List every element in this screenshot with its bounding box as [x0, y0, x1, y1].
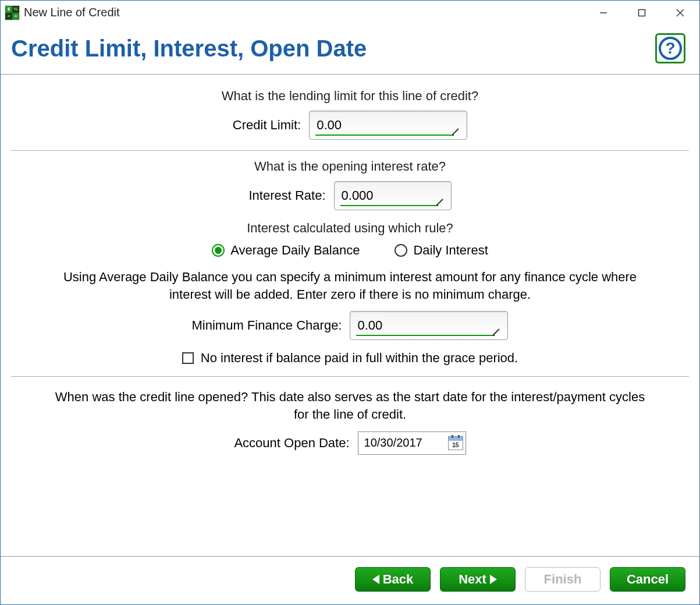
grace-period-check-row: No interest if balance paid in full with…	[11, 351, 689, 366]
triangle-left-icon	[372, 575, 379, 584]
interest-rule-radio-group: Average Daily Balance Daily Interest	[11, 243, 689, 258]
open-date-row: Account Open Date: 15	[11, 431, 689, 455]
help-button[interactable]: ?	[655, 33, 685, 63]
wizard-body: What is the lending limit for this line …	[1, 75, 699, 556]
radio-label: Daily Interest	[413, 243, 488, 258]
open-date-question: When was the credit line opened? This da…	[46, 388, 654, 423]
open-date-input-wrapper: 15	[358, 431, 466, 455]
interest-rate-input-wrapper	[334, 181, 452, 210]
radio-icon	[395, 244, 407, 257]
pencil-icon	[491, 326, 503, 337]
min-finance-label: Minimum Finance Charge:	[192, 318, 342, 333]
button-label: Cancel	[627, 572, 669, 587]
grace-period-checkbox[interactable]	[182, 352, 194, 364]
calendar-icon: 15	[448, 436, 463, 450]
open-date-input[interactable]	[358, 432, 446, 454]
maximize-button[interactable]	[623, 1, 661, 24]
help-icon: ?	[659, 37, 682, 60]
min-finance-input-wrapper	[350, 311, 508, 340]
svg-rect-1	[639, 9, 645, 16]
interest-rate-question: What is the opening interest rate?	[11, 159, 689, 174]
interest-rate-label: Interest Rate:	[248, 188, 325, 203]
pencil-icon	[450, 125, 462, 137]
interest-rule-explanation: Using Average Daily Balance you can spec…	[46, 268, 654, 303]
window-title: New Line of Credit	[24, 6, 120, 19]
credit-limit-question: What is the lending limit for this line …	[11, 89, 689, 104]
wizard-footer: Back Next Finish Cancel	[1, 556, 699, 604]
titlebar: $% ×= New Line of Credit	[1, 1, 699, 25]
minimize-button[interactable]	[584, 1, 623, 24]
grace-period-label: No interest if balance paid in full with…	[201, 351, 518, 366]
open-date-label: Account Open Date:	[234, 436, 349, 451]
page-title: Credit Limit, Interest, Open Date	[11, 36, 367, 62]
radio-label: Average Daily Balance	[230, 243, 360, 258]
window-frame: $% ×= New Line of Credit Credit Limit, I…	[0, 0, 700, 605]
calendar-button[interactable]: 15	[446, 432, 466, 454]
app-icon: $% ×=	[5, 6, 19, 20]
close-button[interactable]	[661, 1, 699, 24]
next-button[interactable]: Next	[440, 567, 516, 592]
interest-rate-row: Interest Rate:	[11, 181, 689, 210]
cancel-button[interactable]: Cancel	[610, 567, 685, 592]
credit-limit-input-wrapper	[309, 111, 467, 140]
button-label: Next	[459, 572, 486, 587]
back-button[interactable]: Back	[355, 567, 431, 592]
credit-limit-label: Credit Limit:	[233, 118, 301, 133]
button-label: Back	[383, 572, 414, 587]
interest-rule-question: Interest calculated using which rule?	[11, 221, 689, 236]
finish-button: Finish	[525, 567, 600, 592]
button-label: Finish	[544, 572, 582, 587]
radio-average-daily-balance[interactable]: Average Daily Balance	[212, 243, 360, 258]
credit-limit-row: Credit Limit:	[11, 111, 689, 140]
pencil-icon	[435, 196, 446, 207]
radio-daily-interest[interactable]: Daily Interest	[395, 243, 488, 258]
divider	[11, 376, 689, 377]
radio-icon	[212, 244, 225, 257]
min-finance-row: Minimum Finance Charge:	[11, 311, 689, 340]
divider	[11, 150, 689, 151]
triangle-right-icon	[490, 575, 497, 584]
window-controls	[584, 1, 699, 24]
page-header: Credit Limit, Interest, Open Date ?	[1, 25, 699, 75]
